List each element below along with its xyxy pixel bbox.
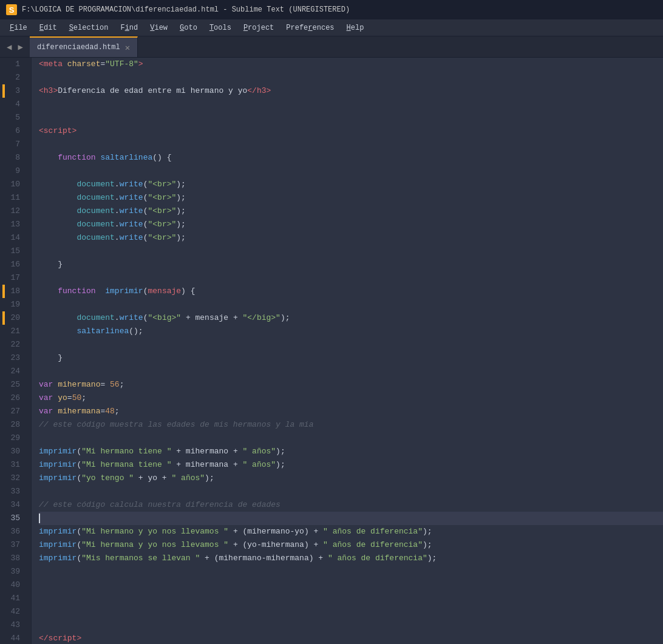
line-numbers: 1 2 3 4 5 6 7 8 9 10 11 12 13 14 15 16 1…	[0, 58, 32, 644]
tab-close-button[interactable]: ✕	[125, 42, 130, 53]
line-13: 13	[2, 218, 25, 231]
menu-help[interactable]: Help	[341, 21, 370, 35]
code-line-42	[39, 605, 663, 619]
line-42: 42	[2, 605, 25, 619]
line-25: 25	[2, 378, 25, 391]
line-35: 35	[2, 512, 25, 525]
line-29: 29	[2, 432, 25, 445]
code-line-14: document.write("<br>");	[39, 231, 663, 245]
line-21: 21	[2, 325, 25, 338]
menu-find[interactable]: Find	[114, 21, 144, 35]
code-line-26: var yo=50;	[39, 391, 663, 405]
line-30: 30	[2, 445, 25, 458]
code-line-4	[39, 98, 663, 111]
line-28: 28	[2, 418, 25, 432]
line-39: 39	[2, 565, 25, 578]
tab-prev-icon[interactable]: ◀	[5, 42, 13, 52]
code-line-5	[39, 111, 663, 124]
line-12: 12	[2, 205, 25, 218]
line-43: 43	[2, 619, 25, 632]
line-44: 44	[2, 632, 25, 644]
menu-preferences[interactable]: Preferences	[280, 21, 340, 35]
code-line-33	[39, 485, 663, 498]
tab-filename: diferenciaedad.html	[37, 43, 120, 52]
line-32: 32	[2, 472, 25, 485]
line-36: 36	[2, 525, 25, 538]
code-line-16: }	[39, 258, 663, 271]
code-line-41	[39, 592, 663, 605]
code-line-19	[39, 298, 663, 311]
code-line-25: var mihermano= 56;	[39, 378, 663, 391]
line-27: 27	[2, 405, 25, 418]
line-33: 33	[2, 485, 25, 498]
code-line-13: document.write("<br>");	[39, 218, 663, 231]
line-2: 2	[2, 71, 25, 84]
menu-selection[interactable]: Selection	[63, 21, 115, 35]
code-line-44: </script>	[39, 632, 663, 644]
code-editor[interactable]: <meta charset="UTF-8"> <h3>Diferencia de…	[32, 58, 663, 644]
code-line-40	[39, 578, 663, 592]
menu-edit[interactable]: Edit	[33, 21, 63, 35]
line-14: 14	[2, 231, 25, 245]
svg-text:S: S	[9, 5, 15, 15]
line-4: 4	[2, 98, 25, 111]
code-line-20: document.write("<big>" + mensaje + "</bi…	[39, 311, 663, 325]
menu-project[interactable]: Project	[237, 21, 280, 35]
code-line-24	[39, 365, 663, 378]
line-8: 8	[2, 151, 25, 164]
line-41: 41	[2, 592, 25, 605]
code-line-12: document.write("<br>");	[39, 205, 663, 218]
code-line-36: imprimir("Mi hermano y yo nos llevamos "…	[39, 525, 663, 538]
menu-goto[interactable]: Goto	[174, 21, 203, 35]
code-line-1: <meta charset="UTF-8">	[39, 58, 663, 71]
code-line-8: function saltarlinea() {	[39, 151, 663, 164]
code-line-9	[39, 164, 663, 178]
line-6: 6	[2, 124, 25, 138]
menu-tools[interactable]: Tools	[203, 21, 237, 35]
code-line-27: var mihermana=48;	[39, 405, 663, 418]
line-3: 3	[2, 84, 25, 98]
code-line-22	[39, 338, 663, 351]
code-line-34: // este código calcula nuestra diferenci…	[39, 498, 663, 512]
sublime-icon: S	[6, 4, 17, 15]
tab-navigation[interactable]: ◀ ▶	[0, 36, 30, 57]
line-40: 40	[2, 578, 25, 592]
code-line-28: // este código muestra las edades de mis…	[39, 418, 663, 432]
line-11: 11	[2, 191, 25, 205]
code-line-35	[39, 512, 663, 525]
code-line-10: document.write("<br>");	[39, 178, 663, 191]
line-23: 23	[2, 351, 25, 365]
line-20: 20	[2, 311, 25, 325]
line-18: 18	[2, 285, 25, 298]
code-line-31: imprimir("Mi hermana tiene " + mihermana…	[39, 458, 663, 472]
tab-diferenciaedad[interactable]: diferenciaedad.html ✕	[30, 36, 138, 57]
code-line-3: <h3>Diferencia de edad entre mi hermano …	[39, 84, 663, 98]
code-line-38: imprimir("Mis hermanos se llevan " + (mi…	[39, 552, 663, 565]
code-line-2	[39, 71, 663, 84]
code-line-6: <script>	[39, 124, 663, 138]
line-31: 31	[2, 458, 25, 472]
line-7: 7	[2, 138, 25, 151]
tab-next-icon[interactable]: ▶	[16, 42, 24, 52]
code-line-32: imprimir("yo tengo " + yo + " años");	[39, 472, 663, 485]
code-line-29	[39, 432, 663, 445]
line-1: 1	[2, 58, 25, 71]
line-37: 37	[2, 538, 25, 552]
editor: 1 2 3 4 5 6 7 8 9 10 11 12 13 14 15 16 1…	[0, 58, 663, 644]
code-line-43	[39, 619, 663, 632]
line-17: 17	[2, 271, 25, 285]
tab-bar: ◀ ▶ diferenciaedad.html ✕	[0, 36, 663, 58]
code-line-23: }	[39, 351, 663, 365]
code-line-11: document.write("<br>");	[39, 191, 663, 205]
line-19: 19	[2, 298, 25, 311]
menu-file[interactable]: File	[4, 21, 33, 35]
line-26: 26	[2, 391, 25, 405]
line-15: 15	[2, 245, 25, 258]
menu-view[interactable]: View	[144, 21, 174, 35]
line-5: 5	[2, 111, 25, 124]
line-34: 34	[2, 498, 25, 512]
code-line-37: imprimir("Mi hermana y yo nos llevamos "…	[39, 538, 663, 552]
title-text: F:\LOGICA DE PROGRAMACION\diferenciaedad…	[22, 5, 350, 14]
line-9: 9	[2, 164, 25, 178]
line-38: 38	[2, 552, 25, 565]
